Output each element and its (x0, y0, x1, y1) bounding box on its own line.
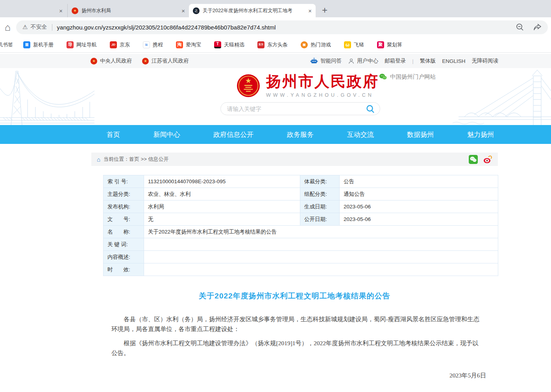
tab-title: 关于2022年度扬州市水利工程文明工地考 (203, 7, 305, 14)
divider (52, 24, 52, 31)
meta-label: 时 效: (104, 263, 144, 276)
article-date: 2023年5月6日 (91, 370, 498, 380)
page-content: ⌂ 当前位置： 首页 >> 信息公开 索 引 号: 11321000014407… (91, 153, 498, 392)
meta-label: 发布机构: (104, 201, 144, 213)
nav-news-center[interactable]: 新闻中心 (153, 130, 180, 139)
bridge-line-art-left (0, 68, 94, 125)
new-tab-button[interactable]: + (322, 5, 327, 16)
nav-site-icon: 导 (67, 41, 74, 48)
close-icon[interactable]: × (181, 8, 185, 14)
bookmark-fliggy[interactable]: ω 飞猪 (344, 41, 364, 48)
accessibility-link[interactable]: 无障碍阅读 (472, 57, 499, 64)
meta-value: 农业、林业、水利 (144, 188, 300, 201)
tab-partial[interactable]: × (0, 4, 68, 17)
link-central-government[interactable]: ★ 中央人民政府 (91, 57, 132, 64)
url-text[interactable]: yangzhou.gov.cn/yzszxxgk/slj/202305/210c… (57, 24, 276, 31)
national-emblem-logo (237, 74, 260, 98)
bookmark-shouji-shuqian[interactable]: 机书签 (0, 41, 13, 48)
nav-gov-services[interactable]: 政务服务 (287, 130, 314, 139)
tab-yangzhou-water-bureau[interactable]: ★ 扬州市水利局 × (68, 4, 189, 17)
share-wechat-icon[interactable] (469, 155, 478, 164)
nav-data-yangzhou[interactable]: 数据扬州 (407, 130, 434, 139)
nav-home[interactable]: 首页 (107, 130, 120, 139)
robot-icon (310, 57, 318, 65)
breadcrumb: ⌂ 当前位置： 首页 >> 信息公开 (91, 153, 498, 166)
meta-label: 公开日期: (300, 213, 340, 226)
meta-label: 文 号: (104, 213, 144, 226)
close-icon[interactable]: × (308, 8, 312, 14)
bookmark-wangzhi-daohang[interactable]: 导 网址导航 (67, 41, 97, 48)
user-center-label: 用户中心 (357, 57, 378, 64)
site-title: 扬州市人民政府 (266, 74, 379, 90)
security-label: 不安全 (31, 24, 47, 31)
breadcrumb-label: 当前位置： (104, 156, 129, 163)
browser-tab-bar: × ★ 扬州市水利局 × 之 关于2022年度扬州市水利工程文明工地考 × + (0, 0, 551, 17)
table-row: 索 引 号: 11321000014407098E-2023-095 体裁分类:… (104, 175, 498, 188)
address-bar[interactable]: ⚠ 不安全 yangzhou.gov.cn/yzszxxgk/slj/20230… (16, 20, 548, 34)
table-row: 内容概述: (104, 251, 498, 263)
zoom-out-icon[interactable] (516, 23, 524, 31)
smart-qa-label: 智能问答 (320, 57, 342, 64)
bookmark-xinji-shouce[interactable]: ≣ 新机手册 (23, 41, 54, 48)
nav-interaction[interactable]: 互动交流 (347, 130, 374, 139)
meta-value: 关于2022年度扬州市水利工程文明工地考核结果的公告 (144, 226, 498, 238)
english-link[interactable]: ENGLISH (442, 58, 465, 64)
site-domain: WWW.YANGZHOU.GOV.CN (266, 92, 379, 98)
tab-active-announcement[interactable]: 之 关于2022年度扬州市水利工程文明工地考 × (189, 4, 316, 17)
national-emblem-icon: ★ (91, 58, 97, 64)
bookmark-aitaobao[interactable]: 淘 爱淘宝 (176, 41, 201, 48)
meta-value (144, 263, 498, 276)
meta-label: 体裁分类: (300, 175, 340, 188)
article-title: 关于2022年度扬州市水利工程文明工地考核结果的公告 (91, 291, 498, 301)
site-logo[interactable]: 扬州市人民政府 WWW.YANGZHOU.GOV.CN (237, 74, 379, 98)
table-row: 关 键 词: (104, 238, 498, 251)
search-icon[interactable] (366, 104, 375, 114)
bookmark-dongfang-toutiao[interactable]: 东方 东方头条 (257, 41, 288, 48)
national-emblem-icon: ★ (142, 58, 149, 64)
bookmark-hot-games[interactable]: ▣ 热门游戏 (301, 41, 331, 48)
nav-charm-yangzhou[interactable]: 魅力扬州 (467, 130, 494, 139)
meta-label: 主题分类: (104, 188, 144, 201)
ctrip-dolphin-icon: ≈ (143, 41, 150, 48)
share-weibo-icon[interactable] (483, 155, 492, 164)
smart-qa-link[interactable]: 智能问答 (310, 57, 342, 65)
portal-badge[interactable]: 中国扬州门户网站 (379, 73, 436, 81)
bookmark-label: 机书签 (0, 41, 13, 48)
bookmark-juhuasuan[interactable]: 聚 聚划算 (377, 41, 402, 48)
traditional-chinese-link[interactable]: 繁体版 (420, 57, 436, 64)
mail-login-link[interactable]: 邮箱登录 (385, 57, 406, 64)
bookmark-tmall[interactable]: T 天猫精选 (214, 41, 244, 48)
manual-icon: ≣ (23, 41, 30, 48)
meta-value (144, 251, 498, 263)
table-row: 文 号: 无 公开日期: 2023-05-06 (104, 213, 498, 226)
site-logo-icon: 之 (193, 7, 200, 14)
close-icon[interactable]: × (59, 8, 63, 14)
share-icon[interactable] (533, 23, 542, 31)
link-jiangsu-government[interactable]: ★ 江苏省人民政府 (142, 57, 189, 64)
games-icon: ▣ (301, 41, 308, 48)
tmall-icon: T (214, 41, 221, 48)
bookmark-jd[interactable]: JD 京东 (110, 41, 130, 48)
meta-label: 生成日期: (300, 201, 340, 213)
nav-info-disclosure[interactable]: 政府信息公开 (213, 130, 253, 139)
site-header: 扬州市人民政府 WWW.YANGZHOU.GOV.CN 中国扬州门户网站 (0, 68, 551, 125)
meta-value: 无 (144, 213, 300, 226)
meta-label: 关 键 词: (104, 238, 144, 251)
document-metadata-table: 索 引 号: 11321000014407098E-2023-095 体裁分类:… (103, 175, 498, 276)
breadcrumb-home-icon[interactable]: ⌂ (97, 156, 100, 163)
bookmark-label: 爱淘宝 (186, 41, 201, 48)
link-label: 江苏省人民政府 (152, 57, 189, 64)
search-input[interactable] (227, 106, 366, 112)
bookmark-ctrip[interactable]: ≈ 携程 (143, 41, 163, 48)
meta-value: 公告 (340, 175, 498, 188)
breadcrumb-path[interactable]: 首页 >> 信息公开 (129, 156, 168, 163)
site-search[interactable] (220, 102, 380, 115)
meta-value: 11321000014407098E-2023-095 (144, 175, 300, 188)
table-row: 时 效: (104, 263, 498, 276)
table-row: 发布机构: 水利局 生成日期: 2023-05-06 (104, 201, 498, 213)
taobao-icon: 淘 (176, 41, 183, 48)
user-center-link[interactable]: 用户中心 (348, 57, 378, 64)
main-navigation: 首页 新闻中心 政府信息公开 政务服务 互动交流 数据扬州 魅力扬州 (0, 125, 551, 144)
tab-title: 扬州市水利局 (81, 7, 178, 14)
home-icon[interactable]: ⌂ (5, 22, 11, 32)
